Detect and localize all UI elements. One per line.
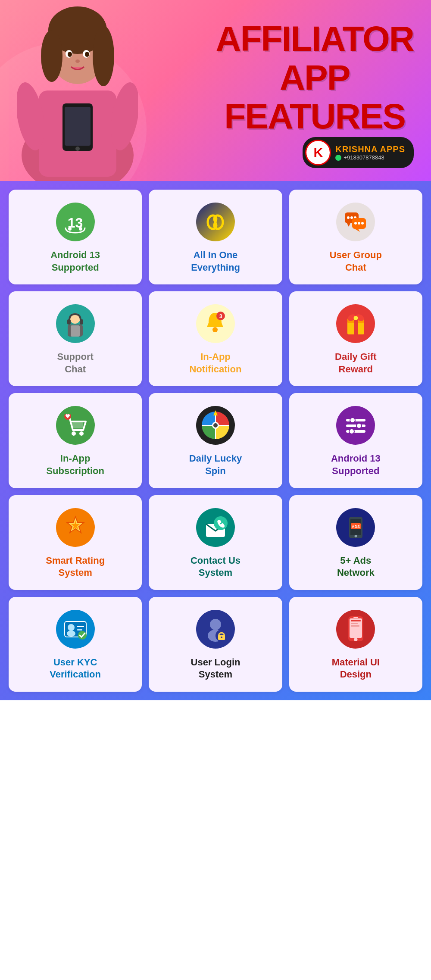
svg-rect-32 — [71, 325, 80, 337]
svg-rect-40 — [354, 318, 358, 334]
contact-icon — [196, 508, 235, 547]
ads-network-label: 5+ AdsNetwork — [337, 555, 375, 579]
title-line1: AFFILIATOR — [216, 19, 414, 58]
feature-inapp-subscription: In-AppSubscription — [9, 393, 142, 488]
svg-point-7 — [41, 30, 62, 82]
user-group-chat-label: User GroupChat — [330, 249, 382, 274]
chat-icon — [336, 203, 375, 241]
kyc-icon — [56, 610, 95, 649]
feature-smart-rating: Smart RatingSystem — [9, 495, 142, 590]
svg-marker-24 — [347, 223, 350, 227]
feature-android13-2: Android 13Supported — [289, 393, 422, 488]
feature-all-in-one: All In OneEverything — [149, 190, 282, 284]
svg-point-35 — [212, 327, 218, 332]
android13-icon: 13 — [56, 203, 95, 241]
svg-point-19 — [79, 227, 82, 231]
svg-point-45 — [72, 431, 76, 436]
feature-android13-1: 13 Android 13Supported — [9, 190, 142, 284]
brand-phone: +918307878848 — [335, 154, 405, 161]
svg-point-26 — [354, 222, 357, 225]
svg-rect-33 — [67, 319, 71, 325]
person-illustration — [9, 4, 147, 181]
svg-point-11 — [68, 52, 72, 57]
svg-point-61 — [356, 423, 362, 428]
svg-point-18 — [68, 227, 72, 231]
svg-point-8 — [93, 26, 114, 86]
svg-point-27 — [358, 222, 360, 225]
feature-daily-lucky-spin: Daily LuckySpin — [149, 393, 282, 488]
infinity-icon — [196, 203, 235, 241]
cart-icon — [56, 406, 95, 445]
svg-point-13 — [75, 59, 80, 63]
svg-point-67 — [214, 516, 228, 530]
svg-point-76 — [67, 630, 75, 637]
svg-rect-58 — [346, 424, 365, 427]
brand-text: KRISHNA APPS +918307878848 — [335, 144, 405, 161]
title-line3: FEATURES — [216, 97, 414, 136]
features-section: 13 Android 13Supported All In OneEveryth… — [0, 181, 431, 700]
brand-bar: K KRISHNA APPS +918307878848 — [303, 137, 414, 168]
svg-rect-89 — [351, 625, 359, 627]
svg-text:ADS: ADS — [352, 524, 360, 529]
features-grid: 13 Android 13Supported All In OneEveryth… — [9, 190, 422, 692]
svg-rect-88 — [351, 623, 358, 624]
svg-point-75 — [68, 624, 75, 631]
svg-rect-15 — [65, 107, 91, 146]
svg-point-80 — [210, 619, 221, 630]
svg-point-21 — [347, 216, 350, 219]
inapp-notification-label: In-AppNotification — [189, 351, 241, 375]
feature-user-login: User LoginSystem — [149, 597, 282, 692]
svg-point-55 — [213, 423, 218, 428]
svg-rect-47 — [72, 422, 83, 428]
svg-point-46 — [79, 431, 84, 436]
feature-contact-us: Contact UsSystem — [149, 495, 282, 590]
brand-logo: K — [305, 140, 331, 165]
svg-rect-77 — [77, 626, 84, 627]
svg-point-84 — [221, 637, 222, 638]
material-icon — [336, 610, 375, 649]
rating-icon — [56, 508, 95, 547]
support-chat-label: SupportChat — [57, 351, 94, 375]
svg-text:3: 3 — [219, 313, 222, 319]
svg-point-12 — [85, 52, 89, 57]
android13-2-label: Android 13Supported — [331, 453, 381, 477]
ads-icon: ADS — [336, 508, 375, 547]
feature-user-kyc: User KYCVerification — [9, 597, 142, 692]
user-login-label: User LoginSystem — [191, 656, 240, 681]
svg-point-22 — [350, 216, 353, 219]
android13-2-icon — [336, 406, 375, 445]
brand-name: KRISHNA APPS — [335, 144, 405, 154]
login-icon — [196, 610, 235, 649]
svg-point-28 — [361, 222, 364, 225]
svg-marker-29 — [355, 229, 360, 232]
android13-1-label: Android 13Supported — [50, 249, 100, 274]
header-title: AFFILIATOR APP FEATURES — [216, 19, 414, 136]
feature-ads-network: ADS 5+ AdsNetwork — [289, 495, 422, 590]
feature-material-ui: Material UIDesign — [289, 597, 422, 692]
support-icon — [56, 304, 95, 343]
spin-icon — [196, 406, 235, 445]
svg-point-72 — [354, 535, 357, 537]
all-in-one-label: All In OneEverything — [191, 249, 240, 274]
svg-point-60 — [350, 418, 355, 423]
user-kyc-label: User KYCVerification — [50, 656, 101, 681]
svg-rect-34 — [80, 319, 83, 325]
daily-gift-reward-label: Daily GiftReward — [335, 351, 377, 375]
header: AFFILIATOR APP FEATURES K KRISHNA APPS +… — [0, 0, 431, 181]
notification-icon: 3 — [196, 304, 235, 343]
svg-rect-57 — [346, 419, 365, 421]
inapp-subscription-label: In-AppSubscription — [46, 453, 104, 477]
material-ui-label: Material UIDesign — [332, 656, 380, 681]
feature-support-chat: SupportChat — [9, 291, 142, 386]
gift-icon — [336, 304, 375, 343]
whatsapp-icon — [335, 155, 341, 161]
title-line2: APP — [216, 58, 414, 97]
svg-rect-87 — [351, 620, 361, 621]
feature-inapp-notification: 3 In-AppNotification — [149, 291, 282, 386]
svg-rect-91 — [353, 617, 358, 618]
svg-point-62 — [349, 429, 354, 434]
daily-lucky-spin-label: Daily LuckySpin — [189, 453, 242, 477]
svg-rect-78 — [77, 629, 82, 630]
feature-user-group-chat: User GroupChat — [289, 190, 422, 284]
svg-point-16 — [75, 147, 80, 151]
